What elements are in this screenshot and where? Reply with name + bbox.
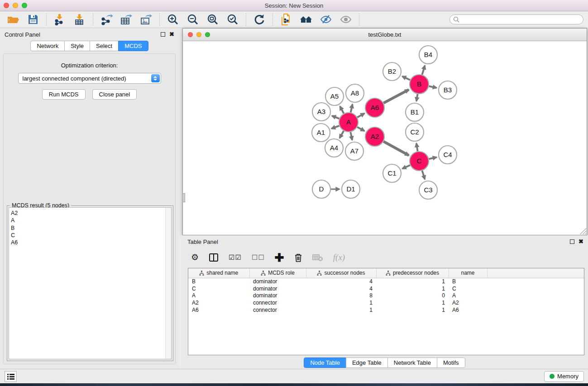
task-history-button[interactable] [5,371,17,382]
zoom-fit-icon[interactable] [206,13,220,26]
mcds-result-list[interactable]: A2ABCA6 [9,207,172,359]
table-cell: 1 [376,299,449,306]
mcds-result-item: C [11,232,171,239]
export-table-icon[interactable] [120,13,133,26]
float-panel-icon[interactable] [161,32,165,37]
graph-edge-C-C1[interactable] [402,165,410,169]
graph-edge-C-C2[interactable] [416,143,418,152]
search-input[interactable] [449,14,583,24]
graph-edge-B-B3[interactable] [429,86,437,88]
graph-node-label: C [417,157,422,165]
function-builder-icon[interactable]: f(x) [333,252,345,263]
graph-edge-A-A1[interactable] [331,126,339,129]
network-window-titlebar[interactable]: testGlobe.txt [183,29,587,41]
graph-edge-A-A6[interactable] [357,114,364,118]
result-scrollbar[interactable] [165,208,171,359]
zoom-in-icon[interactable] [166,13,180,26]
graph-edge-C-C3[interactable] [422,171,425,179]
column-header-successor-nodes[interactable]: successor nodes [306,268,376,278]
table-row[interactable]: Bdominator41B [188,278,584,285]
add-column-icon[interactable]: ✚ [275,252,284,263]
delete-table-icon[interactable] [312,252,323,263]
table-row[interactable]: A6connector11A6 [188,306,584,314]
homes-icon[interactable] [299,13,313,26]
column-label: name [461,270,474,276]
column-header-shared-name[interactable]: shared name [188,268,249,278]
window-edge-handle[interactable] [182,193,185,202]
table-settings-gear-icon[interactable]: ⚙ [191,252,199,263]
select-all-icon[interactable]: ☑☑ [229,252,242,263]
graph-edge-B-B1[interactable] [416,94,418,101]
tab-select[interactable]: Select [90,41,119,51]
graph-edge-A-A7[interactable] [350,132,352,140]
show-all-eye-icon[interactable] [339,13,353,26]
hide-selected-eye-icon[interactable] [319,13,333,26]
column-type-icon [317,271,322,276]
tab-mcds[interactable]: MCDS [118,41,148,51]
close-table-panel-icon[interactable]: ✖ [578,239,583,244]
column-header-MCDS-role[interactable]: MCDS role [249,268,306,278]
open-file-icon[interactable] [6,13,20,26]
table-cell: A6 [188,306,249,314]
graph-edge-B-B2[interactable] [402,76,410,80]
graph-node-label: B1 [411,108,419,116]
tab-style[interactable]: Style [64,41,90,51]
column-label: shared name [206,270,238,276]
graph-edge-A6-B[interactable] [383,90,409,103]
float-table-panel-icon[interactable] [570,239,574,244]
network-graph-canvas[interactable]: B4B2BB3A5A8A6A3B1AA1C2A2A4A7C4CC1DD1C3 [183,41,587,235]
graph-edge-A-A3[interactable] [332,116,339,119]
export-image-icon[interactable] [139,13,153,26]
zoom-out-icon[interactable] [186,13,200,26]
graph-edge-A-A2[interactable] [357,127,364,131]
table-cell: 1 [376,278,449,285]
table-cell: dominator [249,278,306,285]
deselect-all-icon[interactable]: ☐☐ [252,252,265,263]
criterion-dropdown[interactable]: largest connected component (directed) [18,73,161,84]
export-network-icon[interactable] [100,13,113,26]
memory-button[interactable]: Memory [544,371,584,382]
delete-column-icon[interactable] [294,252,302,263]
duplicate-network-icon[interactable] [279,13,293,26]
column-header-predecessor-nodes[interactable]: predecessor nodes [376,268,449,278]
resize-grip-icon[interactable] [580,228,586,234]
import-network-icon[interactable] [53,13,67,26]
application-window: Session: New Session [0,0,588,386]
graph-edge-C-C4[interactable] [429,157,436,159]
graph-node-label: D1 [346,185,355,193]
table-row[interactable]: Adominator80A [188,292,584,300]
column-visibility-icon[interactable] [209,252,219,263]
graph-edge-A-A4[interactable] [339,131,344,138]
table-row[interactable]: A2connector11A2 [188,299,584,306]
tab-network-table[interactable]: Network Table [387,357,437,368]
optimization-criterion-label: Optimization criterion: [4,62,175,69]
save-session-icon[interactable] [26,13,40,26]
column-label: MCDS role [268,270,295,276]
graph-edge-A2-C[interactable] [383,142,409,156]
table-cell: A2 [449,299,487,306]
zoom-selected-icon[interactable] [226,13,239,26]
tab-node-table[interactable]: Node Table [304,357,346,368]
mcds-result-item: A6 [11,239,171,246]
table-row[interactable]: Cdominator41C [188,285,584,292]
import-table-icon[interactable] [73,13,86,26]
table-cell [487,278,584,285]
graph-edge-B-B4[interactable] [422,66,425,75]
network-window-title: testGlobe.txt [183,31,587,38]
tab-network[interactable]: Network [30,41,65,51]
table-cell [487,292,584,300]
graph-edge-A-A5[interactable] [340,106,344,114]
column-header-name[interactable]: name [449,268,487,278]
graph-edge-A-A8[interactable] [351,104,353,112]
run-mcds-button[interactable]: Run MCDS [42,89,86,100]
search-icon [453,16,459,24]
table-cell [487,306,584,314]
network-view-window: testGlobe.txt B4B2BB3A5A8A6A3B1AA1C2A2A4… [182,28,587,235]
tab-edge-table[interactable]: Edge Table [346,357,388,368]
graph-node-label: A8 [351,89,359,97]
refresh-icon[interactable] [253,13,266,26]
close-panel-icon[interactable]: ✖ [169,32,174,37]
tab-motifs[interactable]: Motifs [437,357,465,368]
graph-node-label: B [417,80,421,88]
close-panel-button[interactable]: Close panel [92,89,137,100]
